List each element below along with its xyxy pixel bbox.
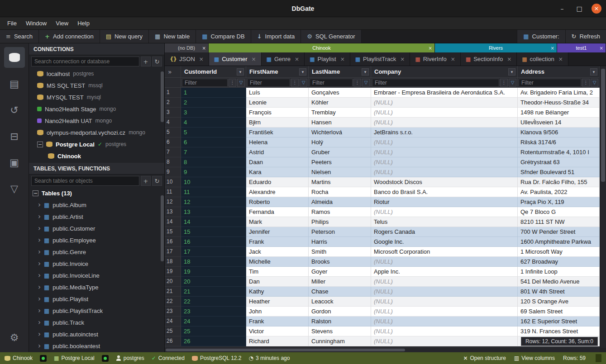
- database-tab-group[interactable]: (no DB) ×: [165, 43, 209, 52]
- customerid-cell[interactable]: 6: [181, 137, 246, 147]
- firstname-cell[interactable]: John: [246, 307, 309, 317]
- company-cell[interactable]: (NULL): [371, 118, 518, 128]
- row-number-cell[interactable]: 20: [165, 277, 181, 287]
- toolbar-button[interactable]: Refresh: [565, 30, 606, 43]
- lastname-cell[interactable]: Gonçalves: [309, 88, 371, 98]
- table-item[interactable]: › public.PlaylistTrack: [29, 305, 164, 317]
- address-cell[interactable]: 627 Broadway: [518, 257, 600, 267]
- company-cell[interactable]: Rogers Canada: [371, 227, 518, 237]
- tab[interactable]: Playlist ×: [305, 52, 350, 66]
- close-icon[interactable]: ×: [429, 46, 432, 51]
- chevron-down-icon[interactable]: ▾: [508, 68, 515, 76]
- statusbar-item[interactable]: PostgreSQL 12.2: [192, 355, 242, 361]
- company-cell[interactable]: (NULL): [371, 157, 518, 167]
- funnel-icon[interactable]: ▽: [362, 79, 370, 87]
- lastname-cell[interactable]: Cunningham: [309, 336, 371, 346]
- customerid-cell[interactable]: 10: [181, 177, 246, 187]
- row-number-cell[interactable]: 22: [165, 297, 181, 307]
- firstname-cell[interactable]: Leonie: [246, 98, 309, 108]
- activity-bar-item[interactable]: [4, 99, 25, 120]
- chevron-down-icon[interactable]: ▾: [362, 68, 369, 76]
- lastname-cell[interactable]: Ralston: [309, 317, 371, 326]
- filter-menu-icon[interactable]: ⋮: [582, 79, 590, 87]
- address-cell[interactable]: 120 S Orange Ave: [518, 297, 600, 307]
- close-icon[interactable]: ×: [451, 56, 455, 62]
- chevron-right-icon[interactable]: ›: [38, 201, 41, 209]
- lastname-cell[interactable]: Holý: [309, 137, 371, 147]
- company-cell[interactable]: (NULL): [371, 147, 518, 157]
- tab[interactable]: PlaylistTrack ×: [350, 52, 410, 66]
- funnel-icon[interactable]: ▽: [591, 79, 598, 87]
- toolbar-button[interactable]: SQL Generator: [301, 30, 361, 43]
- customerid-cell[interactable]: 3: [181, 108, 246, 118]
- address-cell[interactable]: Ullevĺlsveien 14: [518, 118, 600, 128]
- activity-bar-item[interactable]: [4, 327, 25, 348]
- row-number-cell[interactable]: 2: [165, 98, 181, 108]
- firstname-cell[interactable]: Daan: [246, 157, 309, 167]
- company-cell[interactable]: Woodstock Discos: [371, 177, 518, 187]
- connection-item[interactable]: Chinook: [29, 150, 164, 162]
- address-cell[interactable]: Av. Paulista, 2022: [518, 187, 600, 197]
- tab[interactable]: RiverInfo ×: [410, 52, 460, 66]
- firstname-cell[interactable]: Alexandre: [246, 187, 309, 197]
- lastname-cell[interactable]: Ramos: [309, 207, 371, 217]
- firstname-cell[interactable]: Luís: [246, 88, 309, 98]
- statusbar-item[interactable]: Open structure: [463, 355, 506, 361]
- activity-bar-item[interactable]: [4, 178, 25, 199]
- row-number-cell[interactable]: 23: [165, 307, 181, 317]
- lastname-cell[interactable]: Wichterlová: [309, 128, 371, 137]
- customerid-cell[interactable]: 18: [181, 257, 246, 267]
- row-number-cell[interactable]: 24: [165, 317, 181, 326]
- connection-item[interactable]: olympus-medportal.vychozi.cz mongo: [29, 127, 164, 138]
- company-cell[interactable]: JetBrains s.r.o.: [371, 128, 518, 137]
- tab[interactable]: Genre ×: [262, 52, 305, 66]
- tab[interactable]: Customer ×: [209, 52, 262, 66]
- firstname-cell[interactable]: Richard: [246, 336, 309, 346]
- address-cell[interactable]: Rilská 3174/6: [518, 137, 600, 147]
- firstname-cell[interactable]: Kathy: [246, 287, 309, 297]
- address-cell[interactable]: 1498 rue Bélanger: [518, 108, 600, 118]
- statusbar-item[interactable]: Chinook: [5, 355, 33, 361]
- customerid-cell[interactable]: 12: [181, 197, 246, 207]
- lastname-cell[interactable]: Peeters: [309, 157, 371, 167]
- toolbar-button[interactable]: Add connection: [39, 30, 100, 43]
- add-connection-icon[interactable]: +: [141, 57, 151, 66]
- toolbar-button[interactable]: Compare DB: [196, 30, 251, 43]
- connection-item[interactable]: − Postgre Local postgres: [29, 138, 164, 150]
- tab[interactable]: JSON ×: [165, 52, 209, 66]
- customerid-cell[interactable]: 23: [181, 307, 246, 317]
- row-number-cell[interactable]: 17: [165, 247, 181, 257]
- lastname-cell[interactable]: Almeida: [309, 197, 371, 207]
- collapse-icon[interactable]: −: [37, 142, 43, 147]
- table-item[interactable]: › public.Genre: [29, 246, 164, 258]
- close-button[interactable]: ×: [592, 4, 601, 14]
- column-header[interactable]: Address ▾: [518, 66, 600, 78]
- database-tab-group[interactable]: Chinook ×: [209, 43, 435, 52]
- connections-scrollbar[interactable]: [161, 71, 164, 122]
- refresh-icon[interactable]: ↻: [152, 57, 162, 66]
- customerid-cell[interactable]: 16: [181, 237, 246, 247]
- customerid-cell[interactable]: 11: [181, 187, 246, 197]
- address-cell[interactable]: 700 W Pender Street: [518, 227, 600, 237]
- grid-corner-button[interactable]: »: [165, 66, 181, 78]
- address-cell[interactable]: 162 E Superior Street: [518, 317, 600, 326]
- chevron-right-icon[interactable]: ›: [38, 271, 41, 279]
- chevron-down-icon[interactable]: ▾: [237, 68, 244, 76]
- close-icon[interactable]: ×: [295, 56, 299, 62]
- customerid-cell[interactable]: 4: [181, 118, 246, 128]
- lastname-cell[interactable]: Köhler: [309, 98, 371, 108]
- firstname-cell[interactable]: Jack: [246, 247, 309, 257]
- firstname-cell[interactable]: François: [246, 108, 309, 118]
- connection-item[interactable]: Nano2Health Stage mongo: [29, 103, 164, 115]
- table-item[interactable]: › public.Artist: [29, 211, 164, 222]
- filter-input[interactable]: [372, 79, 499, 87]
- filter-input[interactable]: [247, 79, 290, 87]
- chevron-right-icon[interactable]: ›: [38, 260, 41, 268]
- statusbar-item[interactable]: Postgre Local: [54, 355, 95, 361]
- activity-bar-item[interactable]: [4, 126, 25, 147]
- address-cell[interactable]: 1 Microsoft Way: [518, 247, 600, 257]
- firstname-cell[interactable]: Helena: [246, 137, 309, 147]
- company-cell[interactable]: Google Inc.: [371, 237, 518, 247]
- chevron-down-icon[interactable]: ▾: [299, 68, 306, 76]
- company-cell[interactable]: (NULL): [371, 326, 518, 336]
